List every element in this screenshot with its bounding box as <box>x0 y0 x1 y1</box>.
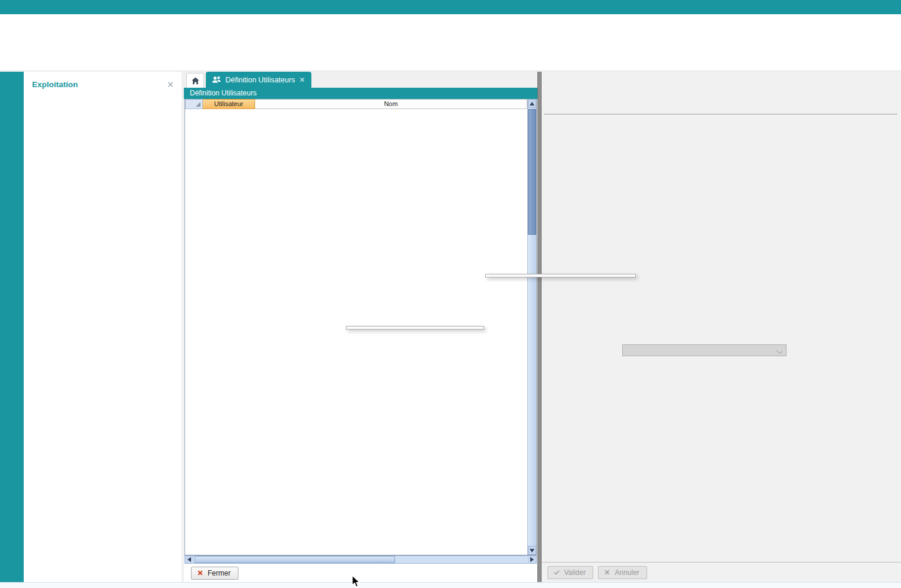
tab-definition-utilisateurs[interactable]: Définition Utilisateurs <box>206 72 311 88</box>
exploitation-submenu <box>485 274 636 277</box>
valider-button[interactable]: Valider <box>547 566 593 579</box>
fermer-button[interactable]: Fermer <box>191 567 238 580</box>
extra-dropdown[interactable] <box>622 344 787 356</box>
table-header: Utilisateur Nom <box>185 99 527 109</box>
context-menu <box>346 326 484 330</box>
panel-title: Exploitation <box>32 80 167 89</box>
tab-label: Définition Utilisateurs <box>225 76 295 84</box>
hscroll-thumb[interactable] <box>195 556 395 563</box>
row-selector-header[interactable] <box>185 99 203 109</box>
menu-bar <box>0 0 901 14</box>
ribbon-toolbar <box>0 14 901 71</box>
column-header-utilisateur[interactable]: Utilisateur <box>203 99 255 109</box>
scroll-up-button[interactable] <box>528 99 536 108</box>
panel-footer: Valider Annuler <box>542 562 901 582</box>
status-bar <box>0 582 901 588</box>
x-icon <box>603 568 611 576</box>
home-icon <box>191 76 200 85</box>
scroll-down-button[interactable] <box>528 546 536 555</box>
detail-panel: Valider Annuler <box>542 72 901 582</box>
vscroll-thumb[interactable] <box>528 109 536 235</box>
column-header-nom[interactable]: Nom <box>255 99 527 109</box>
scroll-right-button[interactable] <box>528 556 536 563</box>
users-icon <box>212 75 221 85</box>
close-tab-icon[interactable] <box>299 76 305 83</box>
horizontal-scrollbar[interactable] <box>184 555 537 564</box>
document-title: Définition Utilisateurs <box>184 88 537 99</box>
check-icon <box>553 568 561 576</box>
nav-rail <box>0 72 24 582</box>
document-tabstrip: Définition Utilisateurs <box>184 72 537 88</box>
panel-splitter[interactable] <box>537 72 542 582</box>
annuler-button[interactable]: Annuler <box>598 566 647 579</box>
close-panel-icon[interactable] <box>167 81 174 88</box>
explorer-panel: Exploitation <box>24 72 182 582</box>
vertical-scrollbar[interactable] <box>527 99 536 555</box>
scroll-left-button[interactable] <box>185 556 193 563</box>
mouse-cursor <box>350 576 361 588</box>
close-x-icon <box>196 569 204 577</box>
detail-tabs <box>544 100 897 114</box>
home-tab[interactable] <box>186 73 204 88</box>
